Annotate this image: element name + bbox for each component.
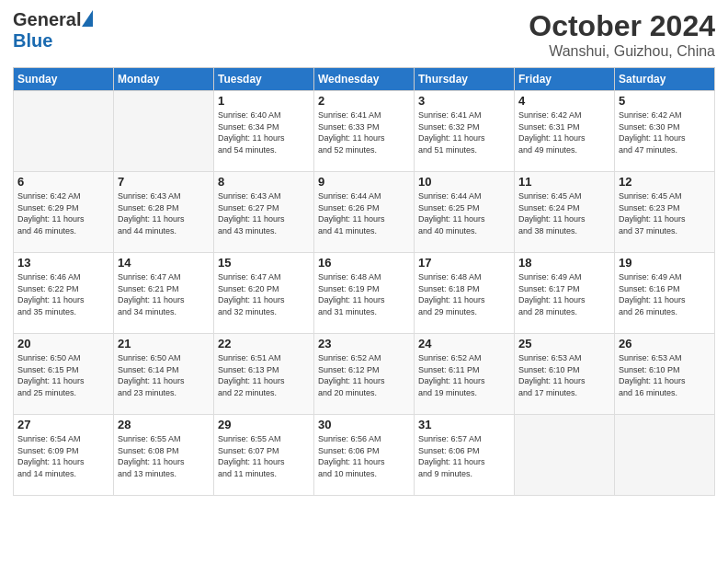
day-number: 1 (218, 94, 310, 108)
day-number: 21 (118, 337, 210, 350)
day-number: 28 (118, 418, 210, 431)
calendar-cell: 9Sunrise: 6:44 AM Sunset: 6:26 PM Daylig… (314, 172, 415, 253)
day-info: Sunrise: 6:42 AM Sunset: 6:29 PM Dayligh… (17, 190, 109, 236)
day-header-saturday: Saturday (615, 68, 715, 91)
day-header-sunday: Sunday (14, 68, 114, 91)
day-info: Sunrise: 6:53 AM Sunset: 6:10 PM Dayligh… (518, 352, 610, 398)
day-info: Sunrise: 6:49 AM Sunset: 6:17 PM Dayligh… (518, 271, 610, 317)
day-number: 2 (318, 94, 410, 108)
day-header-monday: Monday (114, 68, 214, 91)
logo-general-text: General (13, 9, 81, 30)
day-info: Sunrise: 6:44 AM Sunset: 6:25 PM Dayligh… (418, 190, 510, 236)
calendar-cell: 27Sunrise: 6:54 AM Sunset: 6:09 PM Dayli… (14, 415, 114, 496)
calendar-cell: 6Sunrise: 6:42 AM Sunset: 6:29 PM Daylig… (14, 172, 114, 253)
calendar-week-5: 27Sunrise: 6:54 AM Sunset: 6:09 PM Dayli… (14, 415, 715, 496)
day-info: Sunrise: 6:42 AM Sunset: 6:31 PM Dayligh… (518, 109, 610, 155)
calendar-cell: 10Sunrise: 6:44 AM Sunset: 6:25 PM Dayli… (415, 172, 515, 253)
day-number: 13 (17, 256, 109, 270)
calendar-cell: 24Sunrise: 6:52 AM Sunset: 6:11 PM Dayli… (415, 334, 515, 415)
day-info: Sunrise: 6:53 AM Sunset: 6:10 PM Dayligh… (619, 352, 711, 398)
day-number: 14 (118, 256, 210, 270)
day-info: Sunrise: 6:57 AM Sunset: 6:06 PM Dayligh… (418, 433, 510, 479)
day-info: Sunrise: 6:52 AM Sunset: 6:12 PM Dayligh… (318, 352, 410, 398)
day-number: 20 (17, 337, 109, 350)
calendar-week-2: 6Sunrise: 6:42 AM Sunset: 6:29 PM Daylig… (14, 172, 715, 253)
calendar-cell: 16Sunrise: 6:48 AM Sunset: 6:19 PM Dayli… (314, 253, 415, 334)
day-number: 3 (418, 94, 510, 108)
day-number: 4 (518, 94, 610, 108)
day-number: 22 (218, 337, 310, 350)
day-info: Sunrise: 6:41 AM Sunset: 6:32 PM Dayligh… (418, 109, 510, 155)
day-number: 7 (118, 175, 210, 189)
day-info: Sunrise: 6:54 AM Sunset: 6:09 PM Dayligh… (17, 433, 109, 479)
calendar-cell: 22Sunrise: 6:51 AM Sunset: 6:13 PM Dayli… (214, 334, 314, 415)
day-number: 11 (518, 175, 610, 189)
day-info: Sunrise: 6:41 AM Sunset: 6:33 PM Dayligh… (318, 109, 410, 155)
day-number: 24 (418, 337, 510, 350)
calendar-week-3: 13Sunrise: 6:46 AM Sunset: 6:22 PM Dayli… (14, 253, 715, 334)
day-number: 8 (218, 175, 310, 189)
calendar-cell: 2Sunrise: 6:41 AM Sunset: 6:33 PM Daylig… (314, 91, 415, 172)
day-number: 29 (218, 418, 310, 431)
calendar-cell: 29Sunrise: 6:55 AM Sunset: 6:07 PM Dayli… (214, 415, 314, 496)
day-number: 19 (619, 256, 711, 270)
day-number: 31 (418, 418, 510, 431)
day-info: Sunrise: 6:55 AM Sunset: 6:07 PM Dayligh… (218, 433, 310, 479)
location-title: Wanshui, Guizhou, China (529, 43, 715, 60)
calendar-cell (14, 91, 114, 172)
calendar-cell: 19Sunrise: 6:49 AM Sunset: 6:16 PM Dayli… (615, 253, 715, 334)
calendar-cell: 1Sunrise: 6:40 AM Sunset: 6:34 PM Daylig… (214, 91, 314, 172)
logo-blue-text: Blue (13, 30, 52, 51)
day-info: Sunrise: 6:48 AM Sunset: 6:19 PM Dayligh… (318, 271, 410, 317)
day-info: Sunrise: 6:52 AM Sunset: 6:11 PM Dayligh… (418, 352, 510, 398)
calendar-cell: 21Sunrise: 6:50 AM Sunset: 6:14 PM Dayli… (114, 334, 214, 415)
day-info: Sunrise: 6:51 AM Sunset: 6:13 PM Dayligh… (218, 352, 310, 398)
day-info: Sunrise: 6:45 AM Sunset: 6:23 PM Dayligh… (619, 190, 711, 236)
calendar-cell: 3Sunrise: 6:41 AM Sunset: 6:32 PM Daylig… (415, 91, 515, 172)
day-info: Sunrise: 6:43 AM Sunset: 6:27 PM Dayligh… (218, 190, 310, 236)
day-number: 9 (318, 175, 410, 189)
day-number: 6 (17, 175, 109, 189)
day-header-tuesday: Tuesday (214, 68, 314, 91)
day-info: Sunrise: 6:50 AM Sunset: 6:15 PM Dayligh… (17, 352, 109, 398)
day-number: 15 (218, 256, 310, 270)
day-info: Sunrise: 6:46 AM Sunset: 6:22 PM Dayligh… (17, 271, 109, 317)
day-info: Sunrise: 6:56 AM Sunset: 6:06 PM Dayligh… (318, 433, 410, 479)
day-info: Sunrise: 6:47 AM Sunset: 6:20 PM Dayligh… (218, 271, 310, 317)
logo-arrow-icon (82, 10, 93, 27)
day-number: 26 (619, 337, 711, 350)
day-header-wednesday: Wednesday (314, 68, 415, 91)
day-number: 27 (17, 418, 109, 431)
calendar-cell: 15Sunrise: 6:47 AM Sunset: 6:20 PM Dayli… (214, 253, 314, 334)
header: General Blue October 2024 Wanshui, Guizh… (13, 9, 715, 60)
day-info: Sunrise: 6:44 AM Sunset: 6:26 PM Dayligh… (318, 190, 410, 236)
day-number: 17 (418, 256, 510, 270)
calendar-cell: 5Sunrise: 6:42 AM Sunset: 6:30 PM Daylig… (615, 91, 715, 172)
day-number: 25 (518, 337, 610, 350)
calendar-cell: 4Sunrise: 6:42 AM Sunset: 6:31 PM Daylig… (515, 91, 615, 172)
calendar-cell: 31Sunrise: 6:57 AM Sunset: 6:06 PM Dayli… (415, 415, 515, 496)
calendar-cell: 23Sunrise: 6:52 AM Sunset: 6:12 PM Dayli… (314, 334, 415, 415)
day-header-thursday: Thursday (415, 68, 515, 91)
calendar-cell: 30Sunrise: 6:56 AM Sunset: 6:06 PM Dayli… (314, 415, 415, 496)
day-info: Sunrise: 6:48 AM Sunset: 6:18 PM Dayligh… (418, 271, 510, 317)
calendar-cell: 25Sunrise: 6:53 AM Sunset: 6:10 PM Dayli… (515, 334, 615, 415)
month-title: October 2024 (529, 9, 715, 43)
day-header-friday: Friday (515, 68, 615, 91)
calendar-cell (114, 91, 214, 172)
logo: General Blue (13, 9, 93, 52)
calendar-cell: 20Sunrise: 6:50 AM Sunset: 6:15 PM Dayli… (14, 334, 114, 415)
calendar-cell: 18Sunrise: 6:49 AM Sunset: 6:17 PM Dayli… (515, 253, 615, 334)
day-number: 18 (518, 256, 610, 270)
day-number: 5 (619, 94, 711, 108)
day-number: 16 (318, 256, 410, 270)
calendar-cell: 28Sunrise: 6:55 AM Sunset: 6:08 PM Dayli… (114, 415, 214, 496)
calendar-cell: 17Sunrise: 6:48 AM Sunset: 6:18 PM Dayli… (415, 253, 515, 334)
calendar-table: SundayMondayTuesdayWednesdayThursdayFrid… (13, 67, 715, 496)
day-number: 30 (318, 418, 410, 431)
day-number: 12 (619, 175, 711, 189)
day-info: Sunrise: 6:40 AM Sunset: 6:34 PM Dayligh… (218, 109, 310, 155)
calendar-header-row: SundayMondayTuesdayWednesdayThursdayFrid… (14, 68, 715, 91)
calendar-week-1: 1Sunrise: 6:40 AM Sunset: 6:34 PM Daylig… (14, 91, 715, 172)
day-number: 10 (418, 175, 510, 189)
